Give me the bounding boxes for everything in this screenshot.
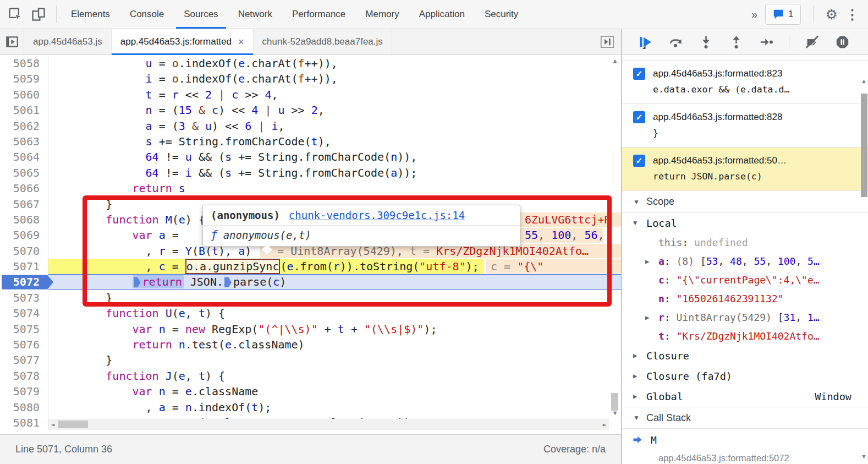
- scope-group-local[interactable]: ▼Local: [622, 213, 868, 233]
- step-into-icon[interactable]: [698, 34, 713, 50]
- step-location-marker-icon[interactable]: [134, 277, 141, 287]
- code-line-content[interactable]: function J(e, t) {: [48, 368, 621, 384]
- settings-gear-icon[interactable]: ⚙: [826, 8, 838, 21]
- breakpoint-checkbox[interactable]: ✓: [633, 111, 645, 123]
- chevron-right-icon[interactable]: ▶: [645, 252, 649, 271]
- scope-variable-row[interactable]: ▶r: Uint8Array(5429) [31, 1…: [622, 308, 868, 327]
- sidebar-scroll-up-icon[interactable]: ▲: [861, 78, 867, 84]
- scroll-up-icon[interactable]: ▲: [609, 57, 620, 64]
- code-line-content[interactable]: return JSON.parse(c): [48, 274, 621, 290]
- code-line-content[interactable]: }: [48, 290, 621, 305]
- issues-messages-button[interactable]: 1: [765, 4, 800, 25]
- code-line-content[interactable]: return s: [48, 181, 621, 196]
- line-number[interactable]: 5073: [0, 290, 48, 305]
- step-out-icon[interactable]: [728, 34, 744, 50]
- chevron-right-icon[interactable]: ▶: [633, 366, 637, 386]
- line-number[interactable]: 5079: [0, 384, 48, 399]
- line-number[interactable]: 5072: [0, 274, 48, 290]
- panel-tab-network[interactable]: Network: [228, 0, 282, 29]
- line-number[interactable]: 5066: [0, 181, 48, 196]
- line-number[interactable]: 5070: [0, 243, 48, 259]
- more-panels-icon[interactable]: »: [751, 8, 757, 21]
- line-number[interactable]: 5075: [0, 321, 48, 337]
- code-line-content[interactable]: function U(e, t) {: [48, 305, 621, 321]
- sidebar-scroll-down-icon[interactable]: ▼: [861, 453, 867, 460]
- inspect-element-icon[interactable]: [8, 7, 23, 22]
- scope-variable-row[interactable]: t: "Krs/ZDgzNjk1MOI402Atfo…: [622, 327, 868, 346]
- breakpoint-checkbox[interactable]: ✓: [633, 68, 645, 80]
- breakpoint-entry[interactable]: ✓app.45d46a53.js:formatted:50…return JSO…: [622, 148, 868, 191]
- step-location-marker-icon[interactable]: [224, 277, 232, 287]
- line-number[interactable]: 5058: [0, 56, 48, 71]
- line-number[interactable]: 5077: [0, 352, 48, 368]
- line-number[interactable]: 5068: [0, 212, 48, 227]
- code-line-content[interactable]: 64 != u && (s += String.fromCharCode(n))…: [48, 149, 621, 165]
- deactivate-breakpoints-icon[interactable]: [804, 34, 820, 50]
- pause-on-exceptions-icon[interactable]: [834, 34, 850, 50]
- line-number[interactable]: 5064: [0, 149, 48, 165]
- chevron-right-icon[interactable]: ▶: [645, 308, 649, 327]
- code-line-content[interactable]: var n = e.className: [48, 384, 621, 399]
- panel-tab-security[interactable]: Security: [475, 0, 528, 29]
- code-line-content[interactable]: u = o.indexOf(e.charAt(f++)),: [48, 56, 621, 71]
- resume-icon[interactable]: [638, 34, 653, 50]
- line-number[interactable]: 5076: [0, 337, 48, 352]
- file-tab[interactable]: app.45d46a53.js: [24, 29, 112, 54]
- chevron-right-icon[interactable]: ▶: [633, 386, 637, 407]
- panel-tab-console[interactable]: Console: [120, 0, 174, 29]
- sidebar-scroll-thumb[interactable]: [861, 94, 867, 197]
- line-number[interactable]: 5061: [0, 102, 48, 118]
- line-number[interactable]: 5060: [0, 87, 48, 102]
- line-number[interactable]: 5065: [0, 165, 48, 181]
- scope-group-global[interactable]: ▶GlobalWindow: [622, 386, 868, 407]
- call-stack-section-header[interactable]: ▼ Call Stack: [622, 407, 868, 429]
- line-number[interactable]: 5074: [0, 305, 48, 321]
- line-number[interactable]: 5071: [0, 259, 48, 274]
- panel-tab-performance[interactable]: Performance: [282, 0, 355, 29]
- code-line-content[interactable]: a = (3 & u) << 6 | i,: [48, 118, 621, 134]
- show-navigator-icon[interactable]: [0, 29, 24, 54]
- scroll-right-icon[interactable]: ►: [600, 421, 609, 428]
- scope-section-header[interactable]: ▼ Scope: [622, 191, 868, 213]
- line-number[interactable]: 5080: [0, 400, 48, 415]
- close-tab-icon[interactable]: ×: [238, 36, 244, 48]
- chevron-down-icon[interactable]: ▼: [633, 213, 637, 233]
- code-line-content[interactable]: , a = n.indexOf(t);: [48, 400, 621, 415]
- panel-tab-elements[interactable]: Elements: [61, 0, 120, 29]
- scroll-left-icon[interactable]: ◄: [48, 421, 57, 428]
- open-more-source-icon[interactable]: [599, 29, 621, 54]
- line-number[interactable]: 5063: [0, 134, 48, 149]
- scroll-down-icon[interactable]: ▼: [609, 410, 620, 417]
- scope-variable-row[interactable]: c: "{\"currentPage\":4,\"e…: [622, 271, 868, 290]
- step-icon[interactable]: [759, 34, 774, 50]
- line-number[interactable]: 5069: [0, 227, 48, 243]
- vertical-scrollbar[interactable]: ▲ ▼: [609, 55, 620, 419]
- vertical-scroll-thumb[interactable]: [611, 393, 618, 411]
- customize-menu-icon[interactable]: ⋮: [845, 8, 859, 21]
- panel-tab-sources[interactable]: Sources: [174, 0, 228, 29]
- call-stack-frame[interactable]: M: [622, 429, 868, 451]
- scope-variable-row[interactable]: n: "1650261462391132": [622, 290, 868, 308]
- chevron-right-icon[interactable]: ▶: [633, 346, 637, 366]
- code-line-content[interactable]: var n = new RegExp("(^|\\s)" + t + "(\\s…: [48, 321, 621, 337]
- line-number[interactable]: 5059: [0, 71, 48, 86]
- code-line-content[interactable]: i = o.indexOf(e.charAt(f++)),: [48, 71, 621, 86]
- code-line-content[interactable]: }: [48, 352, 621, 368]
- scope-variable-row[interactable]: this: undefined: [622, 233, 868, 252]
- scope-group-closure-fa7d-[interactable]: ▶Closure (fa7d): [622, 366, 868, 386]
- code-line-content[interactable]: t = r << 2 | c >> 4,: [48, 87, 621, 102]
- device-toolbar-icon[interactable]: [31, 7, 46, 22]
- tooltip-source-link[interactable]: chunk-vendors.309c9e1c.js:14: [289, 209, 465, 221]
- horizontal-scrollbar[interactable]: ◄ ►: [48, 419, 609, 430]
- code-line-content[interactable]: s += String.fromCharCode(t),: [48, 134, 621, 149]
- line-number[interactable]: 5081: [0, 415, 48, 430]
- horizontal-scroll-thumb[interactable]: [58, 421, 88, 428]
- line-number[interactable]: 5067: [0, 196, 48, 212]
- breakpoint-checkbox[interactable]: ✓: [633, 155, 645, 167]
- breakpoint-entry[interactable]: ✓app.45d46a53.js:formatted:823e.data.exo…: [622, 61, 868, 104]
- hovered-function-link[interactable]: o.a.gunzipSync: [185, 259, 281, 274]
- line-number[interactable]: 5078: [0, 368, 48, 384]
- breakpoint-entry[interactable]: ✓app.45d46a53.js:formatted:828}: [622, 104, 868, 148]
- scope-group-closure[interactable]: ▶Closure: [622, 346, 868, 366]
- code-line-content[interactable]: n = (15 & c) << 4 | u >> 2,: [48, 102, 621, 118]
